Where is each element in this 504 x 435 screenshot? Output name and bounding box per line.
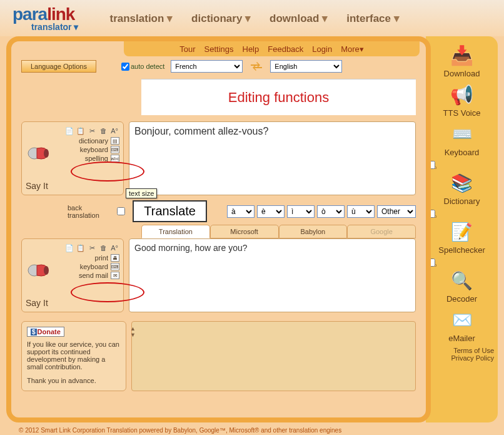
say-it-button[interactable]: Say It (26, 298, 48, 308)
footer: © 2012 Smart Link Corporation Translatio… (19, 427, 341, 434)
print-link[interactable]: print (95, 254, 108, 262)
paste-icon[interactable]: 📋 (76, 243, 86, 253)
menu-tour[interactable]: Tour (179, 44, 195, 54)
nav-interface[interactable]: interface ▾ (346, 12, 400, 25)
output-sidebox: 📄 📋 ✂ 🗑 A° print🖶 keyboard⌨ send mail✉ S… (21, 238, 124, 312)
menu-login[interactable]: Login (312, 44, 332, 54)
side-keyboard[interactable]: ⌨️Keyboard (426, 121, 498, 157)
cut-icon[interactable]: ✂ (87, 243, 97, 253)
input-textarea[interactable]: Bonjour, comment allez-vous? (129, 121, 416, 195)
side-download[interactable]: 📥Download (426, 43, 498, 78)
side-emailer[interactable]: ✉️eMailer (426, 307, 498, 343)
auto-detect-checkbox[interactable]: auto detect (121, 63, 164, 71)
donate-thanks: Thank you in advance. (27, 377, 121, 384)
print-icon[interactable]: 🖶 (111, 254, 119, 262)
editing-banner: Editing functions (141, 79, 416, 115)
copy-icon[interactable]: 📄 (64, 243, 74, 253)
tab-microsoft[interactable]: Microsoft (210, 225, 279, 238)
dictionary-link[interactable]: dictionary (79, 137, 108, 145)
book-icon[interactable]: ▤ (111, 137, 119, 145)
keyboard-icon[interactable]: ⌨ (111, 263, 119, 270)
nav-dictionary[interactable]: dictionary ▾ (191, 12, 251, 25)
text-size-icon[interactable]: A° (109, 243, 119, 253)
donate-text: If you like our service, you can support… (27, 340, 121, 371)
language-options-button[interactable]: Language Options (21, 60, 96, 73)
target-language-select[interactable]: English (270, 60, 342, 73)
menu-bar: Tour Settings Help Feedback Login More▾ (124, 41, 420, 56)
menu-settings[interactable]: Settings (204, 44, 234, 54)
accent-i[interactable]: ì (287, 205, 315, 218)
mail-icon: ✉️ (450, 307, 475, 332)
input-sidebox: 📄 📋 ✂ 🗑 A° dictionary▤ keyboard⌨ spellin… (21, 121, 124, 195)
accent-e[interactable]: è (257, 205, 285, 218)
tab-google[interactable]: Google (347, 225, 416, 238)
engine-tabs: Translation Microsoft Babylon Google (141, 225, 416, 238)
speaker-icon[interactable] (26, 257, 51, 282)
svg-point-1 (44, 149, 49, 158)
download-icon: 📥 (450, 43, 475, 68)
speaker-icon[interactable] (26, 140, 51, 165)
send-mail-link[interactable]: send mail (79, 272, 108, 279)
privacy-link[interactable]: Privacy Policy (426, 354, 494, 362)
side-decoder[interactable]: 🔍Decoder (426, 268, 498, 304)
text-size-icon[interactable]: A° (109, 126, 119, 136)
keyboard-icon: ⌨️ (450, 121, 475, 146)
side-spellchecker[interactable]: 📝Spellchecker (426, 219, 498, 255)
extra-output (131, 321, 416, 391)
side-tts[interactable]: 📢TTS Voice (426, 82, 498, 118)
side-panel: 📥Download 📢TTS Voice ⌨️Keyboard auto 📚Di… (426, 36, 498, 422)
keyboard-icon[interactable]: ⌨ (111, 146, 119, 153)
delete-icon[interactable]: 🗑 (98, 126, 108, 136)
delete-icon[interactable]: 🗑 (98, 243, 108, 253)
donate-box: $Donate ▲▼ If you like our service, you … (21, 321, 126, 391)
tooltip: text size (126, 188, 157, 198)
back-translation-label: back translation (68, 204, 109, 219)
svg-point-3 (44, 266, 49, 275)
copy-icon[interactable]: 📄 (64, 126, 74, 136)
keyboard-link[interactable]: keyboard (80, 263, 108, 270)
terms-link[interactable]: Terms of Use (426, 347, 494, 354)
menu-help[interactable]: Help (243, 44, 260, 54)
source-language-select[interactable]: French (171, 60, 243, 73)
keyboard-link[interactable]: keyboard (80, 146, 108, 153)
spelling-link[interactable]: spelling (85, 155, 108, 162)
dictionary-icon: 📚 (450, 170, 475, 195)
menu-feedback[interactable]: Feedback (268, 44, 303, 54)
top-nav: translation ▾ dictionary ▾ download ▾ in… (109, 12, 399, 25)
tab-translation[interactable]: Translation (141, 225, 210, 238)
cut-icon[interactable]: ✂ (87, 126, 97, 136)
side-dictionary[interactable]: 📚Dictionary (426, 170, 498, 206)
tts-icon: 📢 (450, 82, 475, 107)
logo[interactable]: paralink translator ▾ (13, 4, 78, 32)
nav-translation[interactable]: translation ▾ (109, 12, 173, 25)
swap-languages-icon[interactable] (249, 60, 264, 73)
decoder-icon: 🔍 (450, 268, 475, 293)
scroll-arrows[interactable]: ▲▼ (130, 325, 136, 338)
abc-icon[interactable]: abc (111, 155, 119, 162)
accent-o[interactable]: ò (317, 205, 345, 218)
mail-icon[interactable]: ✉ (111, 272, 119, 279)
spell-icon: 📝 (450, 219, 475, 244)
accent-other[interactable]: Other (377, 205, 416, 218)
translate-button[interactable]: Translate (133, 200, 207, 222)
tab-babylon[interactable]: Babylon (279, 225, 348, 238)
back-translation-checkbox[interactable] (117, 207, 125, 215)
say-it-button[interactable]: Say It (26, 181, 48, 191)
accent-a[interactable]: à (227, 205, 255, 218)
paste-icon[interactable]: 📋 (76, 126, 86, 136)
accent-u[interactable]: ù (347, 205, 375, 218)
nav-download[interactable]: download ▾ (270, 12, 328, 25)
donate-button[interactable]: $Donate (27, 327, 64, 337)
output-textarea[interactable]: Good morning, how are you? (129, 238, 416, 312)
menu-more[interactable]: More▾ (341, 44, 364, 54)
